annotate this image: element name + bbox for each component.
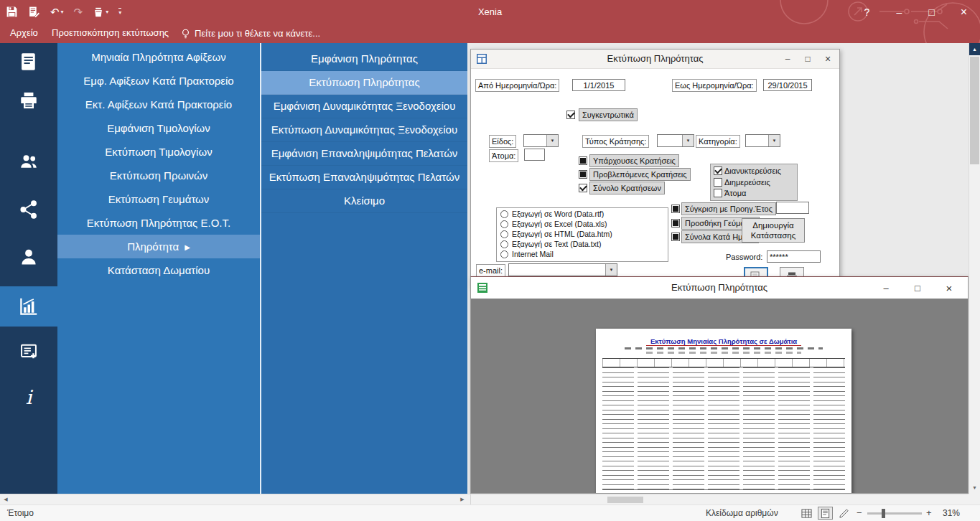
totals-per-day-checkbox[interactable] [671,233,680,241]
scroll-up-button[interactable]: ▲ [969,43,980,55]
sidebar-item-customers[interactable] [0,143,57,180]
sidebar-item-forms[interactable] [0,333,57,370]
tell-me-box[interactable]: Πείτε μου τι θέλετε να κάνετε... [181,24,320,43]
sidebar-item-statistics[interactable] [0,286,57,327]
scroll-left-button[interactable]: ◀ [0,494,11,504]
add-meal-checkbox[interactable] [671,219,680,227]
menu-item-print-invoices[interactable]: Εκτύπωση Τιμολογίων [57,140,260,164]
app-window: ↶ ▾ ↷ ▾ ▾ Xenia ? – □ × Αρχείο Προεπισκό… [0,0,980,521]
dialog-titlebar[interactable]: Εκτύπωση Πληρότητας – □ × [471,50,839,69]
from-date-input[interactable] [572,79,625,91]
menu-item-print-guest-repeat[interactable]: Εκτύπωση Επαναληψιμότητας Πελατών [261,166,467,189]
preview-close-button[interactable]: × [933,277,965,299]
zoom-percent[interactable]: 31% [943,505,960,521]
tab-print-preview[interactable]: Προεπισκόπηση εκτύπωσης [45,24,176,43]
minimize-button[interactable]: – [883,0,915,24]
kind-label: Είδος: [489,135,516,148]
sidebar-item-agencies[interactable] [0,191,57,228]
existing-bookings-checkbox[interactable] [579,156,587,165]
compare-year-input[interactable] [776,202,809,214]
menu-item-monthly-occupancy-arrivals[interactable]: Μηνιαία Πληρότητα Αφίξεων [57,45,260,69]
menu-item-show-arrivals-by-agency[interactable]: Εμφ. Αφίξεων Κατά Πρακτορείο [57,69,260,93]
preview-titlebar[interactable]: Εκτύπωση Πληρότητας – □ × [471,277,968,299]
maximize-button[interactable]: □ [915,0,948,24]
report-options-row2 [646,352,801,354]
menu-item-close[interactable]: Κλείσιμο [261,189,467,213]
export-html-radio[interactable] [500,230,508,238]
menu-item-print-breakfasts[interactable]: Εκτύπωση Πρωινών [57,164,260,187]
vertical-scrollbar[interactable]: ▲ ▼ [969,43,980,494]
minimize-icon: – [883,283,888,294]
close-button[interactable]: × [948,0,980,24]
compare-prev-year-checkbox[interactable] [671,205,680,213]
scroll-down-button[interactable]: ▼ [969,482,980,494]
sidebar-item-profile[interactable] [0,238,57,276]
zoom-slider[interactable] [867,512,922,515]
email-combo[interactable]: ▼ [508,263,617,276]
app-titlebar: ↶ ▾ ↷ ▾ ▾ Xenia ? – □ × Αρχείο Προεπισκό… [0,0,980,43]
overnights-checkbox[interactable] [714,166,722,175]
day-stays-checkbox[interactable] [714,178,722,187]
zoom-in-button[interactable]: + [926,505,932,521]
to-date-input[interactable] [763,79,812,91]
total-bookings-checkbox[interactable] [579,184,587,192]
booking-type-combo[interactable]: ▼ [657,134,694,147]
create-report-button[interactable]: Δημιουργία Κατάστασης [742,218,805,243]
preview-canvas[interactable]: Εκτύπωση Μηνιαίας Πληρότητας σε Δωμάτια … [471,299,968,493]
preview-maximize-button[interactable]: □ [902,277,933,299]
menu-item-print-hotel-capacity[interactable]: Εκτύπωση Δυναμικότητας Ξενοδοχείου [261,118,467,142]
menu-item-room-status[interactable]: Κατάσταση Δωματίου [57,258,260,282]
report-title: Εκτύπωση Μηνιαίας Πληρότητας σε Δωμάτια [596,334,851,347]
dialog-minimize-button[interactable]: – [778,50,798,68]
menu-item-print-meals[interactable]: Εκτύπωση Γευμάτων [57,187,260,211]
aggregate-label: Συγκεντρωτικά [579,108,638,121]
menu-item-print-arrivals-by-agency[interactable]: Εκτ. Αφίξεων Κατά Πρακτορείο [57,93,260,116]
category-combo[interactable]: ▼ [745,134,780,147]
window-title: Xenia [0,0,980,24]
sidebar-item-journal[interactable] [0,43,57,80]
design-button[interactable] [28,6,40,18]
scroll-right-button[interactable]: ▶ [457,494,468,504]
menu-item-show-occupancy[interactable]: Εμφάνιση Πληρότητας [261,47,467,71]
export-text-radio[interactable] [500,240,508,248]
print-preview-view-button[interactable] [818,507,833,520]
save-button[interactable] [6,6,18,18]
dialog-close-button[interactable]: × [818,50,838,68]
datasheet-view-button[interactable] [799,507,814,520]
preview-hscroll-thumb[interactable] [607,497,643,503]
file-tab[interactable]: Αρχείο [3,24,45,43]
menu-item-show-invoices[interactable]: Εμφάνιση Τιμολογίων [57,116,260,140]
scroll-up-icon: ▲ [972,47,977,52]
export-word-radio[interactable] [500,210,508,218]
redo-button[interactable]: ↷ [74,6,83,19]
sidebar-item-info[interactable]: i [0,378,57,416]
help-button[interactable]: ? [851,0,883,24]
menu-item-print-occupancy[interactable]: Εκτύπωση Πληρότητας [261,71,467,95]
zoom-out-button[interactable]: − [857,505,862,521]
horizontal-scrollbar[interactable]: ◀ ▶ [0,494,969,504]
export-excel-radio[interactable] [500,220,508,228]
internet-mail-radio[interactable] [500,250,508,258]
persons-metric-checkbox[interactable] [714,189,722,197]
aggregate-checkbox[interactable] [566,111,575,119]
design-view-button[interactable] [836,507,851,520]
theme-button[interactable]: ▾ [93,6,108,18]
password-input[interactable] [767,250,821,263]
menu-item-print-occupancy-eot[interactable]: Εκτύπωση Πληρότητας Ε.Ο.Τ. [57,211,260,235]
forecast-bookings-checkbox[interactable] [579,170,587,179]
close-icon: × [946,282,953,294]
zoom-slider-thumb[interactable] [882,509,885,518]
vertical-scroll-thumb[interactable] [970,57,979,164]
dialog-maximize-button[interactable]: □ [798,50,818,68]
customize-qat-button[interactable]: ▾ [118,8,121,16]
menu-item-occupancy[interactable]: Πληρότητα▶ [57,235,260,258]
persons-input[interactable] [524,149,545,161]
redo-icon: ↷ [74,6,83,19]
undo-button[interactable]: ↶ ▾ [50,6,64,19]
maximize-icon: □ [928,6,934,18]
kind-combo[interactable]: ▼ [523,134,559,147]
sidebar-item-printing[interactable] [0,82,57,119]
preview-minimize-button[interactable]: – [870,277,902,299]
menu-item-show-hotel-capacity[interactable]: Εμφάνιση Δυναμικότητας Ξενοδοχείου [261,95,467,118]
menu-item-show-guest-repeat[interactable]: Εμφάνιση Επαναληψιμότητας Πελατών [261,142,467,166]
